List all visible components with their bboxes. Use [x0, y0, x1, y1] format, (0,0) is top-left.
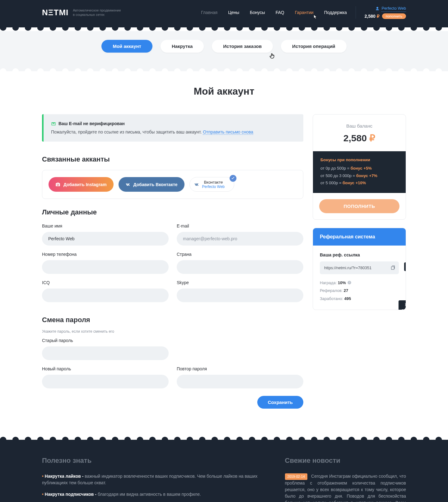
- user-name-link[interactable]: Perfecto Web: [381, 5, 406, 12]
- topup-button[interactable]: ПОПОЛНИТЬ: [319, 199, 399, 213]
- nav-warranty[interactable]: Гарантии: [295, 9, 314, 16]
- useful-item: • Накрутка подписчиков - благодаря им ви…: [42, 491, 266, 498]
- old-password-input[interactable]: [42, 346, 169, 360]
- copy-link-button[interactable]: [387, 261, 399, 274]
- label-name: Ваше имя: [42, 223, 169, 229]
- footer: Полезно знать • Накрутка лайков - важный…: [0, 440, 448, 502]
- new-password-input[interactable]: [42, 375, 169, 388]
- tab-account[interactable]: Мой аккаунт: [101, 40, 152, 53]
- balance-value: 2,580 ₽: [319, 131, 399, 145]
- linked-accounts-heading: Связанные акканты: [42, 154, 303, 164]
- skype-input[interactable]: [177, 289, 303, 302]
- tab-orders[interactable]: История заказов: [212, 40, 273, 53]
- footer-news: Свежие новости 2019-02-14 Сегодня Инстаг…: [285, 455, 406, 502]
- bonus-tiers: Бонусы при пополнении от 0р до 500р = бо…: [313, 151, 406, 193]
- label-old-pass: Старый пароль: [42, 337, 169, 344]
- tab-boost[interactable]: Накрутка: [161, 40, 204, 53]
- logo[interactable]: NΞTMI Автоматическое продвижение в социа…: [42, 7, 121, 19]
- personal-form: Ваше имя E-mail Номер телефона Страна IC…: [42, 223, 303, 302]
- email-input[interactable]: [177, 232, 303, 246]
- tab-ops[interactable]: История операций: [281, 40, 346, 53]
- nav-bonuses[interactable]: Бонусы: [250, 9, 265, 16]
- news-heading: Свежие новости: [285, 455, 406, 466]
- news-item: 2019-02-14 Сегодня Инстаграм официально …: [285, 473, 406, 502]
- ref-link-field: [320, 261, 399, 274]
- phone-input[interactable]: [42, 260, 169, 274]
- save-button[interactable]: Сохранить: [257, 396, 303, 409]
- logo-mark: NΞTMI: [42, 7, 68, 19]
- useful-heading: Полезно знать: [42, 455, 266, 466]
- referral-heading: Реферальная система: [313, 228, 406, 246]
- instagram-icon: [55, 182, 60, 187]
- add-vk-button[interactable]: Добавить Вконтакте: [119, 177, 184, 192]
- vk-icon: [194, 182, 199, 187]
- hint-annotations: скопировать 10% от каждого пополнения др…: [399, 244, 406, 310]
- wave-separator: [0, 434, 448, 440]
- left-column: Ваш E-mail не верифицирован Пожалуйста, …: [42, 114, 303, 409]
- subtabs-band: Мой аккаунт Накрутка История заказов Ист…: [0, 31, 448, 65]
- cursor-icon: [312, 14, 318, 20]
- password-heading: Смена пароля: [42, 315, 303, 325]
- alert-text: Пожалуйста, пройдите по ссылке из письма…: [51, 129, 202, 134]
- user-icon: [375, 7, 380, 11]
- label-new-pass: Новый пароль: [42, 366, 169, 372]
- nav-prices[interactable]: Цены: [228, 9, 239, 16]
- icq-input[interactable]: [42, 289, 169, 302]
- label-country: Страна: [177, 251, 303, 258]
- copy-icon: [390, 265, 396, 270]
- add-instagram-button[interactable]: Добавить Instagram: [49, 177, 114, 192]
- mail-icon: [51, 121, 56, 126]
- label-email: E-mail: [177, 223, 303, 229]
- wave-separator: [0, 25, 448, 31]
- user-balance: 2,580 ₽: [365, 13, 380, 20]
- topup-button-small[interactable]: пополнить: [382, 13, 406, 19]
- ref-link-label: Ваша реф. ссылка: [320, 252, 399, 258]
- percent-tooltip: 10% от каждого пополнения другом: [399, 300, 406, 310]
- label-repeat-pass: Повтор пароля: [177, 366, 303, 372]
- header: NΞTMI Автоматическое продвижение в социа…: [0, 0, 448, 25]
- news-date: 2019-02-14: [285, 473, 307, 480]
- label-phone: Номер телефона: [42, 251, 169, 258]
- password-note: Укажите пароль, если хотите сменить его: [42, 329, 303, 334]
- nav-support[interactable]: Поддержка: [324, 9, 347, 16]
- label-icq: ICQ: [42, 279, 169, 286]
- alert-title: Ваш E-mail не верифицирован: [58, 120, 125, 127]
- nav-faq[interactable]: FAQ: [276, 9, 284, 16]
- balance-card: Ваш баланс 2,580 ₽ Бонусы при пополнении…: [313, 114, 406, 220]
- balance-label: Ваш баланс: [319, 123, 399, 130]
- label-skype: Skype: [177, 279, 303, 286]
- copy-tooltip: скопировать: [404, 262, 406, 271]
- country-input[interactable]: [177, 260, 303, 274]
- personal-heading: Личные данные: [42, 207, 303, 217]
- linked-accounts-card: Добавить Instagram Добавить Вконтакте Вк…: [42, 170, 303, 199]
- linked-vk-account[interactable]: Вконтакте Perfecto Web: [189, 177, 234, 192]
- resend-email-link[interactable]: Отправить письмо снова: [203, 129, 253, 135]
- main-nav: Главная Цены Бонусы FAQ Гарантии Поддерж…: [201, 9, 347, 16]
- name-input[interactable]: [42, 232, 169, 246]
- ref-link-input[interactable]: [320, 262, 387, 274]
- vk-icon: [125, 182, 130, 187]
- password-form: Старый пароль Новый пароль Повтор пароля: [42, 337, 303, 388]
- footer-useful: Полезно знать • Накрутка лайков - важный…: [42, 455, 266, 502]
- email-alert: Ваш E-mail не верифицирован Пожалуйста, …: [42, 114, 303, 142]
- page-title: Мой аккаунт: [42, 84, 406, 99]
- ref-stats: Награда: 10% Рефералов: 27 Заработано: 4…: [320, 280, 399, 302]
- header-separator: [356, 6, 356, 19]
- verified-badge-icon: [230, 175, 236, 182]
- wave-separator: [0, 65, 448, 71]
- hand-cursor-icon: [269, 53, 276, 59]
- useful-item: • Накрутка лайков - важный индикатор вов…: [42, 473, 266, 486]
- user-box: Perfecto Web 2,580 ₽ пополнить: [365, 5, 406, 20]
- nav-home[interactable]: Главная: [201, 9, 217, 16]
- referral-card: Реферальная система Ваша реф. ссылка Наг…: [313, 228, 406, 310]
- repeat-password-input[interactable]: [177, 375, 303, 388]
- logo-tagline: Автоматическое продвижение в социальных …: [73, 8, 121, 17]
- right-column: Ваш баланс 2,580 ₽ Бонусы при пополнении…: [313, 114, 406, 318]
- page: Мой аккаунт Ваш E-mail не верифицирован …: [36, 71, 412, 434]
- help-icon[interactable]: [347, 280, 352, 285]
